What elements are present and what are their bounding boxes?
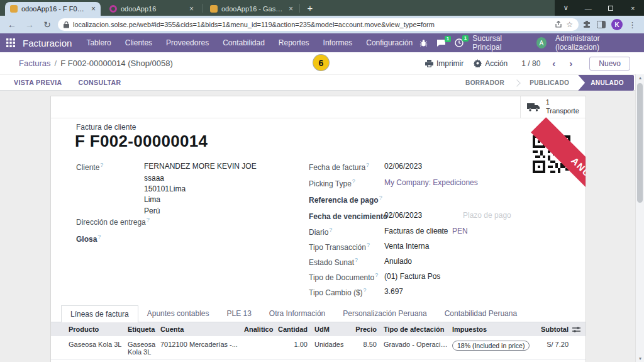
restore-icon[interactable] xyxy=(599,0,622,16)
tab-title: odooApp16 - F F002-00000014 xyxy=(21,5,87,13)
pager-prev-icon[interactable]: ‹ xyxy=(550,58,557,69)
col-impuestos[interactable]: Impuestos xyxy=(451,322,519,336)
col-etiqueta[interactable]: Etiqueta xyxy=(126,322,159,336)
tab-close-icon[interactable]: × xyxy=(91,4,96,13)
vista-previa-button[interactable]: VISTA PREVIA xyxy=(14,79,62,86)
user-avatar[interactable]: A xyxy=(536,37,547,48)
cell-tipo-afectacion[interactable]: Gravado - Operación ... xyxy=(379,336,451,359)
tab-close-icon[interactable]: × xyxy=(189,4,194,13)
col-cantidad[interactable]: Cantidad xyxy=(274,322,310,336)
cell-impuestos[interactable]: 18% (Included in price) xyxy=(451,336,519,359)
vertical-scrollbar[interactable]: ▴ ▾ xyxy=(635,74,644,362)
menu-reportes[interactable]: Reportes xyxy=(272,33,316,52)
breadcrumb-facturas[interactable]: Facturas xyxy=(19,59,51,68)
minimize-icon[interactable]: — xyxy=(577,0,600,16)
state-borrador[interactable]: BORRADOR xyxy=(457,79,513,86)
cliente-value[interactable]: FERNANDEZ MORE KEVIN JOE xyxy=(144,162,257,171)
referencia-pago-label: Referencia de pago? xyxy=(309,195,382,205)
estado-sunat-value[interactable]: Anulado xyxy=(384,257,412,266)
menu-configuracion[interactable]: Configuración xyxy=(359,33,419,52)
optional-columns-button[interactable] xyxy=(571,322,586,336)
col-udm[interactable]: UdM xyxy=(310,322,347,336)
status-row: VISTA PREVIA CONSULTAR BORRADOR PUBLICAD… xyxy=(0,74,635,91)
scroll-up-icon[interactable]: ▴ xyxy=(636,75,644,81)
tab-apuntes-contables[interactable]: Apuntes contables xyxy=(138,305,218,322)
browser-tab-invoice[interactable]: odooApp16 - F F002-00000014 × xyxy=(5,2,101,16)
url-text[interactable]: localizacion.solse.pe/web#id=355&cids=1&… xyxy=(73,21,551,28)
tab-otra-informacion[interactable]: Otra Información xyxy=(260,305,334,322)
col-tipo-afectacion[interactable]: Tipo de afectación xyxy=(379,322,451,336)
cell-cantidad[interactable]: 1.00 xyxy=(274,336,310,359)
menu-contabilidad[interactable]: Contabilidad xyxy=(216,33,272,52)
plazo-pago-placeholder[interactable]: Plazo de pago xyxy=(463,211,511,220)
cell-cuenta[interactable]: 7012100 Mercaderías -... xyxy=(159,336,243,359)
messages-button[interactable]: 1 xyxy=(436,39,446,47)
tab-lineas-factura[interactable]: Líneas de factura xyxy=(61,305,138,323)
help-icon: ? xyxy=(329,227,332,233)
tipo-documento-value[interactable]: (01) Factura Pos xyxy=(384,272,440,281)
tab-close-icon[interactable]: × xyxy=(289,4,293,13)
invoice-line-row[interactable]: Gaseosa Kola 3L Gaseosa Kola 3L 7012100 … xyxy=(51,336,586,359)
browser-tab-product[interactable]: odooApp16 - Gaseosa Kola 3L × xyxy=(205,2,298,16)
tab-search-icon[interactable]: ∨ xyxy=(555,0,577,16)
address-line: 150101Lima xyxy=(144,184,186,193)
cell-analitico[interactable] xyxy=(243,336,274,359)
debug-bug-icon[interactable] xyxy=(419,39,428,47)
address-bar[interactable]: localizacion.solse.pe/web#id=355&cids=1&… xyxy=(58,18,579,31)
scroll-down-icon[interactable]: ▾ xyxy=(636,356,644,361)
close-window-icon[interactable]: × xyxy=(622,0,644,16)
cell-udm[interactable]: Unidades xyxy=(310,336,347,359)
new-button[interactable]: Nuevo xyxy=(589,57,630,71)
fecha-vencimiento-value[interactable]: 02/06/2023 xyxy=(384,211,422,220)
consultar-button[interactable]: CONSULTAR xyxy=(79,79,121,86)
menu-proveedores[interactable]: Proveedores xyxy=(159,33,216,52)
transporte-stat-button[interactable]: 1 Transporte xyxy=(520,96,586,118)
app-name[interactable]: Facturacion xyxy=(21,38,79,48)
state-chevron-icon xyxy=(513,79,520,86)
cell-etiqueta[interactable]: Gaseosa Kola 3L xyxy=(126,336,159,359)
back-icon[interactable]: ← xyxy=(5,20,19,30)
tax-pill[interactable]: 18% (Included in price) xyxy=(452,341,530,351)
col-producto[interactable]: Producto xyxy=(51,322,126,336)
menu-clientes[interactable]: Clientes xyxy=(118,33,159,52)
apps-grid-icon[interactable] xyxy=(0,38,21,47)
cell-precio[interactable]: 8.50 xyxy=(347,336,379,359)
pager-next-icon[interactable]: › xyxy=(567,58,574,69)
extensions-icon[interactable] xyxy=(582,20,591,29)
diario-currency[interactable]: PEN xyxy=(452,227,468,235)
browser-tab-odooapp[interactable]: odooApp16 × xyxy=(104,2,199,16)
menu-informes[interactable]: Informes xyxy=(316,33,360,52)
print-button[interactable]: Imprimir xyxy=(425,59,464,68)
user-menu[interactable]: Administrator (localizacion) xyxy=(555,34,638,52)
new-tab-button[interactable]: + xyxy=(303,1,317,15)
print-label: Imprimir xyxy=(436,59,464,68)
picking-type-value[interactable]: My Company: Expediciones xyxy=(384,178,478,187)
state-anulado-active[interactable]: ANULADO xyxy=(578,75,634,91)
browser-profile-avatar[interactable]: K xyxy=(611,19,623,30)
action-button[interactable]: Acción xyxy=(474,59,508,68)
button-box-strip: 1 Transporte xyxy=(51,96,586,118)
bookmark-star-icon[interactable]: ☆ xyxy=(566,21,573,28)
tab-contabilidad-peruana[interactable]: Contabilidad Peruana xyxy=(436,305,526,322)
anulado-ribbon: ANULADO xyxy=(531,117,586,239)
col-subtotal[interactable]: Subtotal xyxy=(519,322,571,336)
forward-icon[interactable]: → xyxy=(23,20,36,30)
side-panel-icon[interactable] xyxy=(597,21,606,28)
col-analitico[interactable]: Analitico xyxy=(243,322,274,336)
fecha-factura-value[interactable]: 02/06/2023 xyxy=(384,162,422,171)
state-publicado[interactable]: PUBLICADO xyxy=(521,79,578,86)
col-cuenta[interactable]: Cuenta xyxy=(159,322,243,336)
company-switcher[interactable]: Sucursal Principal xyxy=(472,34,527,52)
menu-tablero[interactable]: Tablero xyxy=(79,33,118,52)
tab-personalizacion-peruana[interactable]: Personalización Peruana xyxy=(334,305,435,322)
tipo-transaccion-value[interactable]: Venta Interna xyxy=(384,242,429,251)
reload-icon[interactable]: ↻ xyxy=(40,20,54,30)
scrollbar-thumb[interactable] xyxy=(637,83,643,203)
share-icon[interactable] xyxy=(555,21,562,28)
tab-ple13[interactable]: PLE 13 xyxy=(218,305,260,322)
cell-producto[interactable]: Gaseosa Kola 3L xyxy=(51,336,126,359)
activities-button[interactable]: 1 xyxy=(455,38,464,47)
col-precio[interactable]: Precio xyxy=(347,322,379,336)
browser-menu-icon[interactable]: ⋮ xyxy=(628,20,636,30)
tipo-cambio-value[interactable]: 3.697 xyxy=(384,287,403,296)
